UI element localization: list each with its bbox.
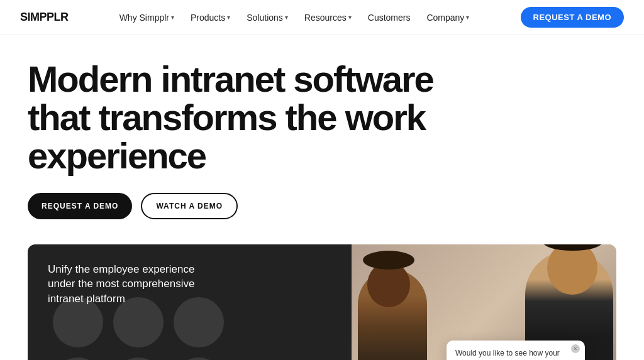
chat-close-button[interactable]: × xyxy=(571,344,580,353)
nav-item-customers[interactable]: Customers xyxy=(362,10,417,25)
nav-item-company[interactable]: Company ▾ xyxy=(420,10,475,25)
person-1-hair xyxy=(363,251,414,270)
hero-headline: Modern intranet software that transforms… xyxy=(28,60,480,175)
chat-message: Would you like to see how your company's… xyxy=(455,348,576,360)
nav-item-solutions[interactable]: Solutions ▾ xyxy=(240,10,294,25)
chevron-down-icon: ▾ xyxy=(466,14,469,21)
chevron-down-icon: ▾ xyxy=(348,14,352,21)
chevron-down-icon: ▾ xyxy=(171,14,174,21)
logo: SIMPPLR xyxy=(20,11,69,24)
navbar: SIMPPLR Why Simpplr ▾ Products ▾ Solutio… xyxy=(0,0,644,35)
nav-item-why-simpplr[interactable]: Why Simpplr ▾ xyxy=(113,10,180,25)
circle-5 xyxy=(113,357,164,360)
nav-item-resources[interactable]: Resources ▾ xyxy=(298,10,358,25)
hero-watch-demo-button[interactable]: WATCH A DEMO xyxy=(141,193,238,219)
circle-6 xyxy=(174,357,224,360)
hero-banner: Unify the employee experience under the … xyxy=(28,244,616,360)
nav-links: Why Simpplr ▾ Products ▾ Solutions ▾ Res… xyxy=(113,10,476,25)
nav-request-demo-button[interactable]: REQUEST A DEMO xyxy=(521,7,625,28)
chat-widget: × Would you like to see how your company… xyxy=(447,341,585,360)
hero-request-demo-button[interactable]: REQUEST A DEMO xyxy=(28,193,132,219)
nav-item-products[interactable]: Products ▾ xyxy=(184,10,236,25)
chevron-down-icon: ▾ xyxy=(227,14,230,21)
person-2-head xyxy=(547,244,597,295)
hero-buttons: REQUEST A DEMO WATCH A DEMO xyxy=(28,193,616,219)
banner-text: Unify the employee experience under the … xyxy=(48,262,211,307)
chevron-down-icon: ▾ xyxy=(285,14,288,21)
hero-section: Modern intranet software that transforms… xyxy=(0,35,644,232)
circle-4 xyxy=(53,357,103,360)
banner-dark-panel: Unify the employee experience under the … xyxy=(28,244,352,360)
banner-photo-panel: × Would you like to see how your company… xyxy=(352,244,616,360)
